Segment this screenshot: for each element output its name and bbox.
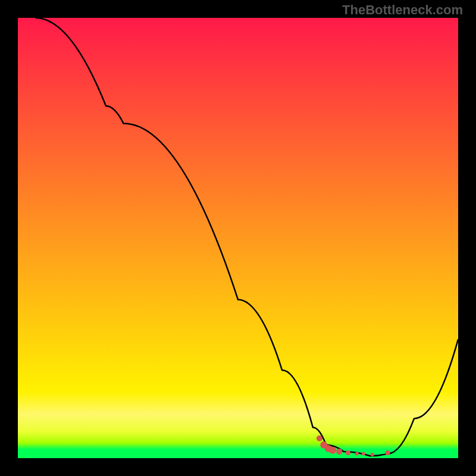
gradient-background xyxy=(18,18,458,458)
bottleneck-chart xyxy=(18,18,458,458)
data-marker xyxy=(355,452,359,456)
watermark-text: TheBottleneck.com xyxy=(342,2,463,18)
data-marker xyxy=(329,447,336,454)
data-marker xyxy=(386,450,390,455)
data-marker xyxy=(362,452,365,456)
data-marker xyxy=(336,449,342,455)
data-marker xyxy=(317,436,322,441)
data-marker xyxy=(371,453,374,456)
data-marker xyxy=(346,450,350,455)
